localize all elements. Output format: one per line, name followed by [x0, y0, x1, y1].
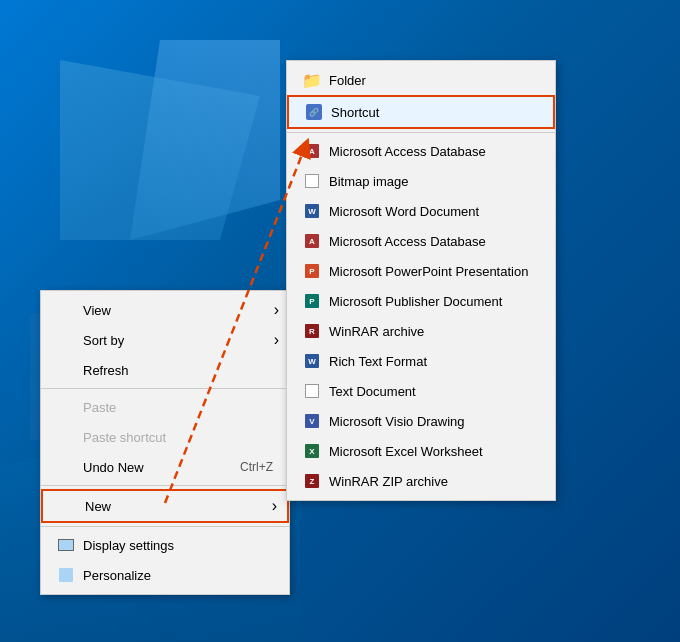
- personalize-icon: [57, 566, 75, 584]
- refresh-icon: [57, 361, 75, 379]
- display-icon-shape: [58, 539, 74, 551]
- paste-shortcut-icon: [57, 428, 75, 446]
- bitmap-icon-shape: [305, 174, 319, 188]
- txt-icon-shape: [305, 384, 319, 398]
- menu-item-personalize[interactable]: Personalize: [41, 560, 289, 590]
- context-menu-main: View Sort by Refresh Paste Paste shortcu…: [40, 290, 290, 595]
- bitmap-icon: [303, 172, 321, 190]
- submenu-item-rtf[interactable]: W Rich Text Format: [287, 346, 555, 376]
- access1-icon-shape: A: [305, 144, 319, 158]
- sub-separator-1: [287, 132, 555, 133]
- publisher-icon-shape: P: [305, 294, 319, 308]
- menu-item-paste[interactable]: Paste: [41, 392, 289, 422]
- shortcut-icon-shape: 🔗: [306, 104, 322, 120]
- visio-icon: V: [303, 412, 321, 430]
- ppt-icon-shape: P: [305, 264, 319, 278]
- access2-icon-shape: A: [305, 234, 319, 248]
- menu-label-paste-shortcut: Paste shortcut: [83, 430, 166, 445]
- sort-icon: [57, 331, 75, 349]
- submenu-label-text: Text Document: [329, 384, 416, 399]
- menu-label-undo-new: Undo New: [83, 460, 144, 475]
- menu-item-display-settings[interactable]: Display settings: [41, 530, 289, 560]
- visio-icon-shape: V: [305, 414, 319, 428]
- txt-icon: [303, 382, 321, 400]
- submenu-label-winrar: WinRAR archive: [329, 324, 424, 339]
- view-icon: [57, 301, 75, 319]
- submenu-label-rtf: Rich Text Format: [329, 354, 427, 369]
- submenu-item-visio[interactable]: V Microsoft Visio Drawing: [287, 406, 555, 436]
- folder-icon: 📁: [303, 71, 321, 89]
- menu-label-refresh: Refresh: [83, 363, 129, 378]
- paste-icon: [57, 398, 75, 416]
- submenu-item-text[interactable]: Text Document: [287, 376, 555, 406]
- undo-icon: [57, 458, 75, 476]
- publisher-icon: P: [303, 292, 321, 310]
- submenu-label-visio: Microsoft Visio Drawing: [329, 414, 465, 429]
- zip-icon: Z: [303, 472, 321, 490]
- new-icon: [59, 497, 77, 515]
- submenu-label-zip: WinRAR ZIP archive: [329, 474, 448, 489]
- submenu-label-excel: Microsoft Excel Worksheet: [329, 444, 483, 459]
- submenu-item-excel[interactable]: X Microsoft Excel Worksheet: [287, 436, 555, 466]
- submenu-item-winrar[interactable]: R WinRAR archive: [287, 316, 555, 346]
- separator-3: [41, 526, 289, 527]
- submenu-label-publisher: Microsoft Publisher Document: [329, 294, 502, 309]
- menu-label-personalize: Personalize: [83, 568, 151, 583]
- menu-item-sort-by[interactable]: Sort by: [41, 325, 289, 355]
- submenu-item-word[interactable]: W Microsoft Word Document: [287, 196, 555, 226]
- menu-label-display-settings: Display settings: [83, 538, 174, 553]
- winrar-icon-shape: R: [305, 324, 319, 338]
- submenu-item-access2[interactable]: A Microsoft Access Database: [287, 226, 555, 256]
- submenu-item-powerpoint[interactable]: P Microsoft PowerPoint Presentation: [287, 256, 555, 286]
- winrar-icon: R: [303, 322, 321, 340]
- desktop: View Sort by Refresh Paste Paste shortcu…: [0, 0, 680, 642]
- menu-item-new[interactable]: New: [41, 489, 289, 523]
- menu-label-sort-by: Sort by: [83, 333, 124, 348]
- word-icon: W: [303, 202, 321, 220]
- submenu-item-access1[interactable]: A Microsoft Access Database: [287, 136, 555, 166]
- submenu-item-shortcut[interactable]: 🔗 Shortcut: [287, 95, 555, 129]
- submenu-label-word: Microsoft Word Document: [329, 204, 479, 219]
- menu-item-refresh[interactable]: Refresh: [41, 355, 289, 385]
- word-icon-shape: W: [305, 204, 319, 218]
- bg-shape-2: [130, 40, 280, 240]
- access1-icon: A: [303, 142, 321, 160]
- ppt-icon: P: [303, 262, 321, 280]
- rtf-icon-shape: W: [305, 354, 319, 368]
- menu-label-view: View: [83, 303, 111, 318]
- submenu-item-publisher[interactable]: P Microsoft Publisher Document: [287, 286, 555, 316]
- excel-icon: X: [303, 442, 321, 460]
- separator-2: [41, 485, 289, 486]
- menu-item-view[interactable]: View: [41, 295, 289, 325]
- access2-icon: A: [303, 232, 321, 250]
- submenu-label-folder: Folder: [329, 73, 366, 88]
- submenu-item-zip[interactable]: Z WinRAR ZIP archive: [287, 466, 555, 496]
- menu-label-paste: Paste: [83, 400, 116, 415]
- zip-icon-shape: Z: [305, 474, 319, 488]
- submenu-item-folder[interactable]: 📁 Folder: [287, 65, 555, 95]
- submenu-label-bitmap: Bitmap image: [329, 174, 408, 189]
- submenu-label-access2: Microsoft Access Database: [329, 234, 486, 249]
- display-icon: [57, 536, 75, 554]
- separator-1: [41, 388, 289, 389]
- context-menu-sub: 📁 Folder 🔗 Shortcut A Microsoft Access D…: [286, 60, 556, 501]
- personalize-icon-shape: [59, 568, 73, 582]
- undo-shortcut: Ctrl+Z: [240, 460, 273, 474]
- shortcut-icon: 🔗: [305, 103, 323, 121]
- submenu-item-bitmap[interactable]: Bitmap image: [287, 166, 555, 196]
- menu-item-undo-new[interactable]: Undo New Ctrl+Z: [41, 452, 289, 482]
- excel-icon-shape: X: [305, 444, 319, 458]
- menu-item-paste-shortcut[interactable]: Paste shortcut: [41, 422, 289, 452]
- rtf-icon: W: [303, 352, 321, 370]
- submenu-label-shortcut: Shortcut: [331, 105, 379, 120]
- submenu-label-access1: Microsoft Access Database: [329, 144, 486, 159]
- menu-label-new: New: [85, 499, 111, 514]
- submenu-label-powerpoint: Microsoft PowerPoint Presentation: [329, 264, 528, 279]
